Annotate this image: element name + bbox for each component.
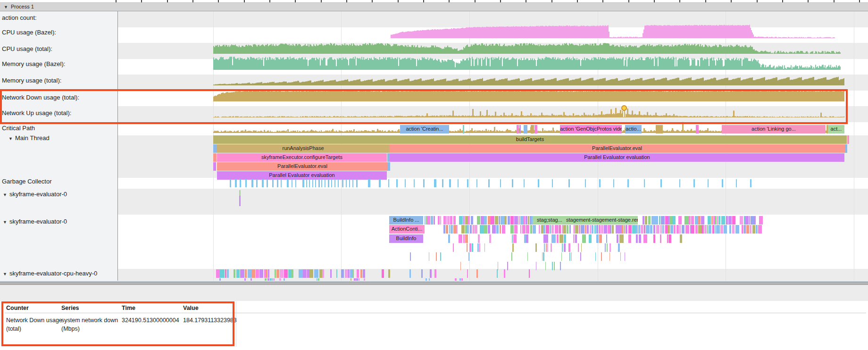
evaluator-slice[interactable] [729, 225, 731, 233]
evaluator-slice[interactable] [524, 234, 526, 243]
evaluator-slice[interactable] [659, 216, 660, 225]
main-thread-slice[interactable]: skyframeExecutor.configureTargets [217, 153, 387, 162]
evaluator-slice[interactable] [484, 243, 485, 252]
evaluator-slice[interactable] [551, 243, 552, 252]
evaluator-slice[interactable] [467, 225, 469, 233]
evaluator-slice[interactable] [463, 216, 464, 225]
evaluator-slice[interactable] [522, 225, 526, 233]
evaluator-slice[interactable] [330, 269, 332, 278]
evaluator-slice[interactable] [581, 243, 582, 252]
gc-event-tick[interactable] [538, 179, 539, 187]
evaluator-slice[interactable] [360, 269, 362, 278]
main-thread-slice[interactable] [213, 144, 217, 153]
evaluator-slice[interactable] [712, 225, 714, 233]
evaluator-slice[interactable] [557, 234, 559, 243]
evaluator-slice[interactable] [268, 269, 269, 278]
evaluator-slice[interactable] [502, 225, 505, 233]
evaluator-slice[interactable] [449, 225, 450, 233]
evaluator-slice[interactable] [450, 216, 452, 225]
evaluator-slice[interactable] [299, 269, 302, 278]
evaluator-slice[interactable] [539, 225, 540, 233]
evaluator-slice[interactable] [280, 269, 284, 278]
evaluator-slice[interactable] [460, 262, 461, 270]
evaluator-slice[interactable] [427, 216, 430, 225]
evaluator-slice[interactable] [459, 216, 462, 225]
main-thread-slice[interactable] [213, 153, 217, 162]
evaluator-slice[interactable] [443, 225, 445, 233]
evaluator-slice[interactable] [225, 269, 227, 278]
evaluator-slice[interactable] [448, 234, 450, 243]
evaluator-slice[interactable] [491, 216, 494, 225]
evaluator-slice[interactable] [220, 269, 224, 278]
evaluator-slice[interactable] [655, 216, 658, 225]
sidebar-item-skyframe-evaluator-0[interactable]: ▼skyframe-evaluator-0 [3, 218, 67, 225]
evaluator-slice[interactable] [472, 243, 473, 252]
evaluator-slice[interactable] [761, 216, 762, 225]
evaluator-slice[interactable] [569, 225, 571, 233]
evaluator-slice[interactable] [484, 225, 487, 233]
evaluator-slice[interactable] [266, 269, 267, 278]
critical-path-slice[interactable] [524, 125, 527, 133]
evaluator-slice[interactable] [711, 216, 713, 225]
gc-event-tick[interactable] [295, 179, 296, 187]
evaluator-slice[interactable] [759, 216, 761, 225]
evaluator-slice[interactable] [513, 234, 517, 243]
evaluator-slice[interactable] [756, 225, 758, 233]
gc-event-tick[interactable] [338, 179, 339, 187]
evaluator-slice[interactable] [726, 216, 728, 225]
sidebar-item-garbage-collector[interactable]: Garbage Collector [2, 178, 52, 185]
evaluator-slice[interactable] [504, 216, 507, 225]
evaluator-slice[interactable] [488, 225, 490, 233]
main-thread-slice[interactable]: buildTargets [213, 135, 847, 144]
gc-event-tick[interactable] [476, 179, 477, 187]
critical-path-slice[interactable]: act... [828, 125, 844, 133]
evaluator-slice[interactable] [704, 225, 706, 233]
evaluator-slice[interactable] [512, 234, 513, 243]
gc-event-tick[interactable] [346, 179, 347, 187]
evaluator-slice[interactable] [571, 252, 572, 261]
evaluator-slice[interactable] [511, 252, 512, 261]
evaluator-slice[interactable] [679, 225, 681, 233]
evaluator-slice[interactable] [421, 269, 423, 278]
evaluator-slice[interactable]: BuildInfo ... [389, 216, 423, 225]
evaluator-slice[interactable] [467, 243, 467, 252]
evaluator-slice[interactable] [531, 216, 533, 225]
evaluator-slice[interactable] [440, 252, 441, 261]
gc-event-tick[interactable] [334, 179, 335, 187]
gc-event-tick[interactable] [524, 179, 525, 187]
evaluator-slice[interactable] [665, 225, 668, 233]
evaluator-slice[interactable] [501, 216, 504, 225]
evaluator-slice[interactable] [451, 225, 452, 233]
evaluator-slice[interactable] [288, 269, 292, 278]
evaluator-slice[interactable] [749, 216, 750, 225]
evaluator-slice[interactable] [685, 216, 689, 225]
gc-event-tick[interactable] [568, 179, 570, 187]
evaluator-slice[interactable] [434, 269, 436, 278]
evaluator-slice[interactable] [382, 269, 384, 278]
evaluator-slice[interactable] [523, 216, 525, 225]
evaluator-slice[interactable] [465, 234, 468, 243]
critical-path-slice[interactable] [656, 125, 663, 133]
evaluator-slice[interactable] [617, 234, 618, 243]
evaluator-slice[interactable] [438, 216, 440, 225]
gc-event-tick[interactable] [321, 179, 322, 187]
evaluator-slice[interactable] [476, 269, 478, 278]
evaluator-slice[interactable] [643, 216, 644, 225]
evaluator-slice[interactable] [639, 234, 642, 243]
gc-event-tick[interactable] [302, 179, 304, 187]
evaluator-slice[interactable] [341, 269, 344, 278]
evaluator-slice[interactable] [336, 269, 337, 278]
counter-chart-action-count[interactable] [118, 24, 868, 38]
evaluator-slice[interactable] [459, 234, 462, 243]
evaluator-slice[interactable] [564, 234, 566, 243]
evaluator-slice[interactable] [445, 216, 447, 225]
evaluator-slice[interactable] [544, 243, 545, 252]
evaluator-slice[interactable] [533, 225, 536, 233]
critical-path-slice[interactable]: action 'GenObjcProtos video/... [560, 125, 622, 133]
evaluator-slice[interactable] [245, 269, 247, 278]
evaluator-slice[interactable] [715, 225, 716, 233]
evaluator-slice[interactable] [752, 225, 755, 233]
evaluator-slice[interactable] [535, 243, 537, 252]
evaluator-slice[interactable] [754, 216, 756, 225]
evaluator-slice[interactable] [436, 252, 437, 261]
